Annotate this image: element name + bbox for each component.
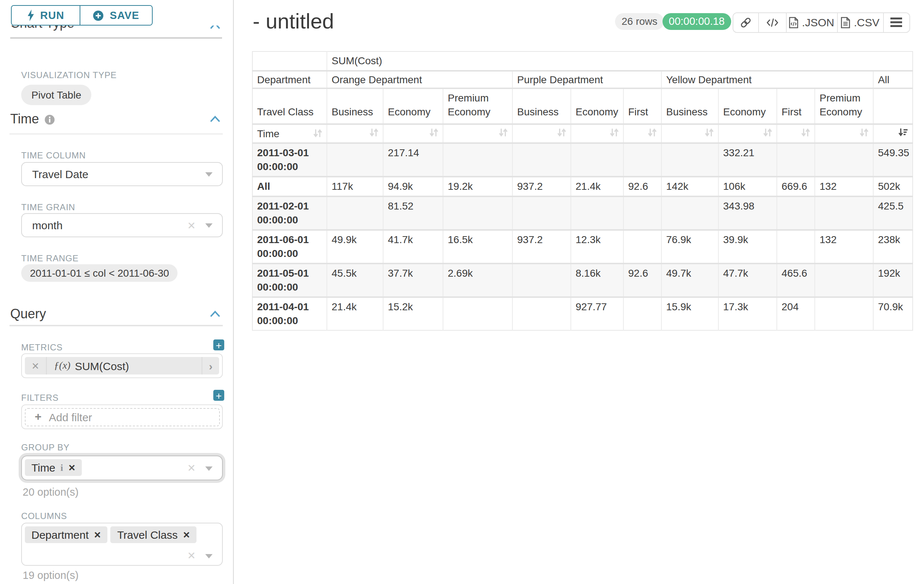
sort-icon[interactable]	[860, 127, 868, 137]
sort-icon[interactable]	[370, 127, 378, 137]
pivot-table: SUM(Cost)DepartmentOrange DepartmentPurp…	[252, 51, 913, 330]
selected-value-chip[interactable]: Timei✕	[25, 459, 82, 476]
pivot-value-cell: 937.2	[512, 230, 571, 263]
pivot-value-cell: 549.35	[873, 143, 912, 176]
pivot-row-header: All	[252, 176, 327, 196]
share-link-button[interactable]	[733, 13, 758, 32]
plus-circle-icon	[93, 10, 104, 21]
metrics-label: METRICS	[21, 342, 63, 353]
selected-value-chip[interactable]: Department✕	[25, 526, 108, 543]
time-column-select[interactable]: Travel Date	[21, 162, 223, 186]
pivot-value-cell: 132	[815, 176, 873, 196]
pivot-value-cell	[777, 196, 815, 230]
add-filter-button[interactable]: +	[213, 390, 224, 401]
pivot-value-cell: 49.7k	[662, 263, 718, 297]
pivot-sort-header[interactable]	[571, 124, 624, 143]
remove-chip-icon[interactable]: ✕	[183, 530, 190, 540]
export-json-button[interactable]: .JSON	[785, 13, 837, 32]
pivot-data-row: 2011-05-01 00:00:0045.5k37.7k2.69k8.16k9…	[252, 263, 912, 297]
pivot-sort-header[interactable]	[512, 124, 571, 143]
pivot-sort-header[interactable]	[662, 124, 718, 143]
pivot-value-cell: 106k	[718, 176, 777, 196]
viz-type-label: VISUALIZATION TYPE	[21, 70, 117, 80]
viz-type-pill[interactable]: Pivot Table	[21, 85, 91, 105]
remove-chip-icon[interactable]: ✕	[94, 530, 101, 540]
save-button[interactable]: SAVE	[79, 6, 152, 25]
pivot-class-header: First	[777, 88, 815, 124]
sort-icon[interactable]	[801, 127, 810, 137]
sort-icon[interactable]	[499, 127, 508, 137]
pivot-sort-header[interactable]	[443, 124, 512, 143]
clear-icon[interactable]: ✕	[187, 462, 196, 474]
sort-icon[interactable]	[429, 127, 438, 137]
metric-chip[interactable]: ✕ ƒ(x) SUM(Cost) ›	[25, 357, 219, 375]
sort-icon[interactable]	[763, 127, 772, 137]
chevron-up-icon[interactable]	[210, 115, 221, 123]
add-filter-dropzone[interactable]: + Add filter	[25, 408, 219, 426]
pivot-value-cell: 927.77	[571, 297, 624, 330]
add-metric-button[interactable]: +	[213, 339, 224, 350]
menu-button[interactable]	[883, 13, 909, 32]
columns-label: COLUMNS	[21, 511, 67, 521]
chart-title[interactable]: - untitled	[253, 10, 334, 34]
pivot-value-cell	[512, 263, 571, 297]
info-icon: i	[61, 462, 63, 474]
hamburger-icon	[890, 18, 902, 27]
pivot-empty-header	[873, 88, 912, 124]
json-file-icon	[789, 17, 799, 28]
metrics-box: ✕ ƒ(x) SUM(Cost) ›	[21, 353, 223, 378]
group-by-select[interactable]: Timei✕ ✕	[21, 456, 223, 480]
time-range-pill[interactable]: 2011-01-01 ≤ col < 2011-06-30	[21, 264, 178, 282]
pivot-value-cell: 465.6	[777, 263, 815, 297]
pivot-class-header: Business	[512, 88, 571, 124]
pivot-value-cell: 132	[815, 230, 873, 263]
group-by-option-count: 20 option(s)	[23, 486, 79, 498]
selected-value-chip[interactable]: Travel Class✕	[111, 526, 197, 543]
pivot-sort-header[interactable]	[718, 124, 777, 143]
expand-metric-icon[interactable]: ›	[202, 360, 219, 372]
section-time-title: Time	[10, 112, 55, 127]
sort-icon[interactable]	[610, 127, 619, 137]
pivot-value-cell	[571, 143, 624, 176]
pivot-value-cell: 142k	[662, 176, 718, 196]
query-timer-badge: 00:00:00.18	[662, 13, 731, 30]
info-icon[interactable]	[45, 114, 55, 125]
pivot-data-row: 2011-06-01 00:00:0049.9k41.7k16.5k937.21…	[252, 230, 912, 263]
pivot-value-cell: 192k	[873, 263, 912, 297]
clear-icon[interactable]: ✕	[187, 219, 196, 231]
time-grain-select[interactable]: month ✕	[21, 213, 223, 237]
pivot-sort-header[interactable]	[327, 124, 383, 143]
pivot-time-header[interactable]: Time	[252, 124, 327, 143]
pivot-sort-header-active[interactable]	[873, 124, 912, 143]
pivot-sort-header[interactable]	[815, 124, 873, 143]
sort-icon[interactable]	[705, 127, 714, 137]
pivot-class-header: Premium Economy	[443, 88, 512, 124]
sort-desc-icon[interactable]	[898, 127, 908, 137]
export-csv-button[interactable]: .CSV	[837, 13, 883, 32]
pivot-value-cell	[571, 196, 624, 230]
pivot-sort-header[interactable]	[624, 124, 662, 143]
run-button[interactable]: RUN	[12, 6, 79, 25]
remove-chip-icon[interactable]: ✕	[68, 462, 76, 473]
pivot-data-row: 2011-04-01 00:00:0021.4k15.2k927.7715.9k…	[252, 297, 912, 330]
pivot-sort-header[interactable]	[777, 124, 815, 143]
pivot-class-header: Economy	[571, 88, 624, 124]
sort-icon[interactable]	[557, 127, 566, 137]
sort-icon[interactable]	[648, 127, 657, 137]
pivot-value-cell: 39.9k	[718, 230, 777, 263]
remove-metric-icon[interactable]: ✕	[25, 360, 46, 371]
sort-icon[interactable]	[314, 128, 322, 138]
pivot-value-cell	[624, 196, 662, 230]
row-count-badge: 26 rows	[615, 13, 664, 30]
pivot-value-cell: 204	[777, 297, 815, 330]
columns-select[interactable]: Department✕Travel Class✕ ✕	[21, 523, 223, 566]
pivot-value-cell: 15.9k	[662, 297, 718, 330]
pivot-value-cell: 70.9k	[873, 297, 912, 330]
pivot-sort-header[interactable]	[383, 124, 443, 143]
chevron-up-icon[interactable]	[210, 310, 221, 317]
clear-icon[interactable]: ✕	[187, 550, 196, 561]
pivot-value-cell	[815, 297, 873, 330]
view-query-button[interactable]	[758, 13, 785, 32]
pivot-value-cell	[624, 143, 662, 176]
pivot-value-cell	[327, 196, 383, 230]
